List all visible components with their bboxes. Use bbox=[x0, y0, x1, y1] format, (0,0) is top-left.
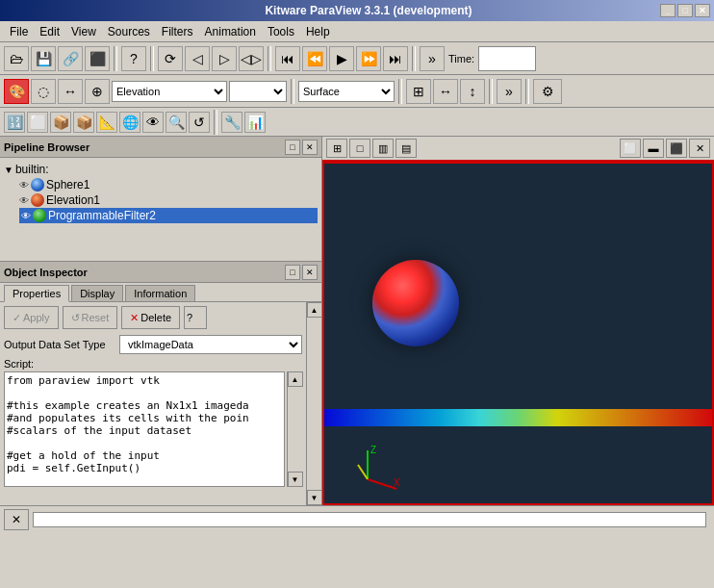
scroll-down-btn[interactable]: ▼ bbox=[288, 472, 303, 487]
menu-sources[interactable]: Sources bbox=[102, 23, 156, 40]
more-view[interactable]: » bbox=[497, 79, 522, 104]
toolbar-1: 🗁 💾 🔗 ⬛ ? ⟳ ◁ ▷ ◁▷ ⏮ ⏪ ▶ ⏩ ⏭ » Time: bbox=[0, 42, 714, 75]
menu-tools[interactable]: Tools bbox=[262, 23, 300, 40]
tree-item-pf2[interactable]: 👁 ProgrammableFilter2 bbox=[19, 208, 318, 223]
pipeline-float-btn[interactable]: □ bbox=[285, 140, 300, 155]
vp-btn-4[interactable]: ▤ bbox=[395, 139, 417, 158]
vp-btn-3[interactable]: ▥ bbox=[372, 139, 394, 158]
eye-icon-sphere1[interactable]: 👁 bbox=[19, 180, 29, 191]
tb3-6[interactable]: 🌐 bbox=[119, 112, 140, 133]
apply-icon: ✓ bbox=[13, 312, 21, 324]
apply-button[interactable]: ✓ Apply bbox=[4, 306, 59, 329]
reset-btn[interactable]: ⊕ bbox=[85, 79, 110, 104]
reset-button[interactable]: ↺ Reset bbox=[63, 306, 118, 329]
menu-help[interactable]: Help bbox=[300, 23, 336, 40]
opacity-btn[interactable]: ◌ bbox=[31, 79, 56, 104]
camera-3[interactable]: ◁▷ bbox=[239, 46, 264, 71]
status-cancel-btn[interactable]: ✕ bbox=[4, 509, 29, 530]
camera-plus[interactable]: ⟳ bbox=[158, 46, 183, 71]
anim-fwd[interactable]: ⏩ bbox=[356, 46, 381, 71]
color-bar bbox=[324, 409, 712, 426]
eye-icon-elevation1[interactable]: 👁 bbox=[19, 195, 29, 206]
menu-view[interactable]: View bbox=[65, 23, 102, 40]
pf2-label: ProgrammableFilter2 bbox=[48, 209, 156, 222]
pipeline-tree: ▼ builtin: 👁 Sphere1 👁 Elevation1 � bbox=[0, 158, 321, 227]
disconnect-button[interactable]: ⬛ bbox=[85, 46, 110, 71]
time-label: Time: bbox=[446, 53, 476, 64]
minimize-button[interactable]: _ bbox=[660, 4, 676, 17]
tb3-11[interactable]: 📊 bbox=[244, 112, 266, 133]
vp-close[interactable]: ✕ bbox=[689, 139, 710, 158]
vp-split-both[interactable]: ⬛ bbox=[666, 139, 687, 158]
tb3-7[interactable]: 👁 bbox=[142, 112, 164, 133]
script-scrollbar[interactable]: ▲ ▼ bbox=[287, 371, 302, 487]
tree-item-sphere1[interactable]: 👁 Sphere1 bbox=[19, 177, 318, 192]
inspector-scrollbar[interactable]: ▲ ▼ bbox=[306, 302, 321, 505]
object-inspector-controls[interactable]: □ ✕ bbox=[285, 265, 318, 280]
tb3-10[interactable]: 🔧 bbox=[221, 112, 242, 133]
tb3-9[interactable]: ↺ bbox=[189, 112, 210, 133]
vp-btn-1[interactable]: ⊞ bbox=[326, 139, 347, 158]
anim-start[interactable]: ⏮ bbox=[275, 46, 300, 71]
tb3-2[interactable]: ⬜ bbox=[27, 112, 48, 133]
viewport-canvas[interactable]: Z X bbox=[322, 162, 714, 505]
inspector-scroll-down[interactable]: ▼ bbox=[307, 490, 322, 505]
anim-end[interactable]: ⏭ bbox=[383, 46, 408, 71]
close-button[interactable]: ✕ bbox=[695, 4, 710, 17]
inspector-scroll-up[interactable]: ▲ bbox=[307, 302, 322, 318]
tb3-8[interactable]: 🔍 bbox=[166, 112, 187, 133]
sep4 bbox=[412, 46, 416, 71]
eye-icon-pf2[interactable]: 👁 bbox=[21, 211, 31, 221]
tab-display[interactable]: Display bbox=[71, 285, 123, 301]
elevation-select[interactable]: Elevation bbox=[112, 81, 227, 102]
vp-btn-2[interactable]: □ bbox=[349, 139, 370, 158]
tb3-4[interactable]: 📦 bbox=[73, 112, 94, 133]
menu-filters[interactable]: Filters bbox=[156, 23, 199, 40]
menu-file[interactable]: File bbox=[4, 23, 34, 40]
anim-prev[interactable]: ⏪ bbox=[302, 46, 327, 71]
camera-2[interactable]: ▷ bbox=[212, 46, 237, 71]
open-button[interactable]: 🗁 bbox=[4, 46, 29, 71]
elevation-sub-select[interactable] bbox=[229, 81, 287, 102]
tb3-3[interactable]: 📦 bbox=[50, 112, 71, 133]
menu-edit[interactable]: Edit bbox=[34, 23, 65, 40]
scroll-up-btn[interactable]: ▲ bbox=[288, 371, 303, 387]
save-button[interactable]: 💾 bbox=[31, 46, 56, 71]
help-button[interactable]: ? bbox=[121, 46, 146, 71]
camera-1[interactable]: ◁ bbox=[185, 46, 210, 71]
more-anim[interactable]: » bbox=[420, 46, 445, 71]
settings-btn[interactable]: ⚙ bbox=[533, 79, 562, 104]
tb3-1[interactable]: 🔢 bbox=[4, 112, 25, 133]
orient-btn[interactable]: ↔ bbox=[58, 79, 83, 104]
color-btn[interactable]: 🎨 bbox=[4, 79, 29, 104]
anim-play[interactable]: ▶ bbox=[329, 46, 354, 71]
pipeline-close-btn[interactable]: ✕ bbox=[302, 140, 318, 155]
tb3-5[interactable]: 📐 bbox=[96, 112, 117, 133]
tab-information[interactable]: Information bbox=[125, 285, 195, 301]
surface-select[interactable]: Surface bbox=[298, 81, 395, 102]
output-data-set-select[interactable]: vtkImageData bbox=[119, 335, 302, 354]
view-btn-1[interactable]: ⊞ bbox=[406, 79, 431, 104]
tab-properties[interactable]: Properties bbox=[4, 285, 69, 302]
script-label: Script: bbox=[4, 358, 302, 370]
inspector-close-btn[interactable]: ✕ bbox=[302, 265, 318, 280]
menu-animation[interactable]: Animation bbox=[199, 23, 262, 40]
vp-split-v[interactable]: ▬ bbox=[643, 139, 664, 158]
sep8 bbox=[525, 79, 529, 104]
maximize-button[interactable]: □ bbox=[677, 4, 693, 17]
window-controls[interactable]: _ □ ✕ bbox=[660, 4, 714, 17]
help-btn[interactable]: ? bbox=[184, 306, 207, 329]
viewport-area: ⊞ □ ▥ ▤ ⬜ ▬ ⬛ ✕ Z X bbox=[322, 137, 714, 505]
delete-button[interactable]: ✕ Delete bbox=[121, 306, 180, 329]
script-textarea[interactable]: from paraview import vtk #this example c… bbox=[4, 371, 285, 487]
view-btn-2[interactable]: ↔ bbox=[433, 79, 458, 104]
connect-button[interactable]: 🔗 bbox=[58, 46, 83, 71]
tree-item-elevation1[interactable]: 👁 Elevation1 bbox=[19, 192, 318, 208]
inspector-float-btn[interactable]: □ bbox=[285, 265, 300, 280]
time-display[interactable] bbox=[478, 46, 536, 71]
view-btn-3[interactable]: ↕ bbox=[460, 79, 485, 104]
sphere1-label: Sphere1 bbox=[46, 178, 89, 192]
vp-split-h[interactable]: ⬜ bbox=[620, 139, 641, 158]
pipeline-browser-controls[interactable]: □ ✕ bbox=[285, 140, 318, 155]
tree-item-builtin[interactable]: ▼ builtin: bbox=[4, 162, 318, 177]
